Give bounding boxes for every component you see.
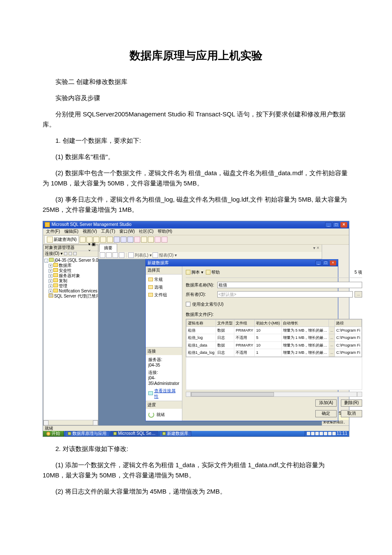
table-row[interactable]: 租借1_data数据PRIMARY10增量为 5 MB，增长的最……C:\Pro… — [186, 341, 361, 349]
remove-button[interactable]: 删除(R) — [341, 399, 362, 407]
owner-browse-button[interactable]: … — [355, 291, 362, 298]
toolbar-icon[interactable] — [106, 252, 112, 258]
db-name-input[interactable]: 租借 — [217, 282, 362, 288]
files-grid[interactable]: 逻辑名称 文件类型 文件组 初始大小(MB) 自动增长 路径 — [186, 319, 362, 357]
list-dropdown[interactable]: 列表(L) ▾ — [135, 252, 152, 259]
server-icon — [49, 258, 54, 262]
tray-icon — [307, 432, 310, 435]
tab-summary[interactable]: 摘要 — [99, 244, 117, 252]
taskbar-item[interactable]: 数据库原理与应用 — [65, 431, 110, 436]
new-database-dialog: 新建数据库 _ □ × 选择页 常规 选项 — [145, 259, 338, 421]
toolbar-icon[interactable] — [112, 252, 118, 258]
maximize-button[interactable]: □ — [333, 222, 340, 228]
menu-view[interactable]: 视图(V) — [81, 228, 98, 235]
page-icon — [148, 285, 153, 289]
task-icon — [113, 432, 117, 435]
view-conn-props-link[interactable]: 查看连接属性 — [148, 388, 179, 399]
page-general[interactable]: 常规 — [148, 276, 181, 283]
minimize-button[interactable]: _ — [325, 222, 332, 228]
menu-edit[interactable]: 编辑(E) — [63, 228, 80, 235]
ellipsis-button[interactable]: … — [329, 349, 335, 356]
page-options[interactable]: 选项 — [148, 283, 181, 291]
scroll-right-icon[interactable] — [93, 420, 98, 425]
tray-icon — [320, 432, 323, 435]
tab-close[interactable]: ▾ × — [311, 244, 322, 252]
script-button[interactable]: 脚本 ▾ — [186, 269, 203, 276]
scroll-left-icon[interactable] — [186, 392, 191, 397]
toolbar-icon[interactable] — [161, 237, 167, 243]
table-row[interactable]: 租借数据PRIMARY10增量为 5 MB，增长的最……C:\Program F… — [186, 327, 361, 334]
page-filegroups[interactable]: 文件组 — [148, 291, 181, 299]
toolbar-icon[interactable] — [69, 252, 72, 255]
titlebar[interactable]: Microsoft SQL Server Management Studio _… — [43, 221, 349, 228]
ssms-window: Microsoft SQL Server Management Studio _… — [43, 221, 349, 437]
toolbar-icon[interactable] — [80, 237, 86, 243]
report-dropdown[interactable]: 报表(O) ▾ — [159, 252, 177, 259]
object-explorer: 对象资源管理器 ▾ ▣ × 连接(O) ▾ -j04-35 (SQL Serve… — [43, 245, 98, 425]
agent-icon — [49, 294, 53, 298]
server-value: j04-35 — [148, 362, 179, 368]
tray-icon — [324, 432, 327, 435]
taskbar-item[interactable]: Microsoft SQL Se… — [110, 431, 159, 436]
server-label: 服务器: — [148, 357, 179, 362]
owner-input[interactable]: <默认值> — [217, 291, 353, 298]
toolbar-icon[interactable] — [107, 237, 113, 243]
task-icon — [162, 432, 166, 435]
menu-file[interactable]: 文件(F) — [44, 228, 62, 235]
menu-tools[interactable]: 工具(T) — [99, 228, 117, 235]
ok-button[interactable]: 确定 — [315, 410, 337, 417]
toolbar-icon[interactable] — [73, 252, 77, 255]
ellipsis-button[interactable]: … — [329, 327, 335, 334]
toolbar-icon[interactable] — [128, 252, 134, 258]
toolbar-icon[interactable] — [100, 237, 106, 243]
menu-window[interactable]: 窗口(W) — [118, 228, 136, 235]
toolbar-icon[interactable] — [64, 252, 67, 255]
link-icon — [148, 391, 153, 395]
ellipsis-button[interactable]: … — [329, 341, 335, 349]
dialog-close-button[interactable]: × — [330, 260, 336, 266]
page-icon — [148, 293, 153, 297]
toolbar-icon[interactable] — [141, 237, 147, 243]
dialog-titlebar[interactable]: 新建数据库 _ □ × — [146, 260, 338, 266]
clock: 11:11 — [337, 430, 347, 437]
progress-value: 就绪 — [156, 411, 165, 418]
help-button[interactable]: 帮助 — [206, 269, 220, 276]
toolbar-icon[interactable] — [114, 237, 120, 243]
ellipsis-button[interactable]: … — [329, 334, 335, 341]
folder-icon — [53, 268, 58, 272]
toolbar-icon[interactable] — [155, 237, 161, 243]
toolbar-icon[interactable] — [119, 252, 124, 258]
toolbar-icon[interactable] — [148, 237, 154, 243]
toolbar-icon[interactable] — [100, 252, 105, 258]
item-count: 5 项 — [355, 269, 362, 276]
fulltext-checkbox[interactable] — [186, 302, 190, 306]
menubar: 文件(F) 编辑(E) 视图(V) 工具(T) 窗口(W) 社区(C) 帮助(H… — [43, 228, 349, 235]
taskbar-item[interactable]: 新建数据库 — [159, 431, 191, 436]
dialog-minimize-button[interactable]: _ — [315, 260, 322, 266]
task-icon — [68, 432, 71, 435]
intro-para: 分别使用 SQLServer2005Management Studio 和 Tr… — [43, 109, 349, 130]
menu-community[interactable]: 社区(C) — [137, 228, 155, 235]
connect-button[interactable]: 连接(O) ▾ — [45, 250, 63, 257]
toolbar-icon[interactable] — [153, 252, 158, 258]
new-query-button[interactable]: 新建查询(N) — [44, 235, 79, 244]
start-button[interactable]: 开始 — [43, 431, 64, 436]
grid-scrollbar[interactable] — [186, 392, 362, 397]
fulltext-label: 使用全文索引(U) — [192, 301, 224, 308]
cancel-button[interactable]: 取消 — [341, 410, 362, 417]
dialog-maximize-button[interactable]: □ — [323, 260, 329, 266]
system-tray[interactable]: 11:11 — [305, 431, 349, 436]
table-row[interactable]: 租借_log日志不适用5增量为 1 MB，增长的最……C:\Program Fi — [186, 334, 361, 341]
spinner-icon — [148, 412, 154, 418]
connection-header: 连接 — [146, 347, 182, 355]
toolbar-icon[interactable] — [127, 237, 133, 243]
table-row[interactable]: 租借1_data_log日志不适用1增量为 2 MB，增长的最……C:\Prog… — [186, 349, 361, 356]
menu-help[interactable]: 帮助(H) — [156, 228, 174, 235]
close-button[interactable]: × — [340, 222, 347, 228]
object-tree[interactable]: -j04-35 (SQL Server 9.0.1399 - j04-35\A … — [43, 257, 98, 420]
toolbar-icon[interactable] — [121, 237, 127, 243]
toolbar-icon[interactable] — [134, 237, 140, 243]
add-button[interactable]: 添加(A) — [315, 399, 337, 407]
scroll-right-icon[interactable] — [357, 392, 362, 397]
tabstrip: 摘要 ▾ × — [98, 245, 322, 252]
